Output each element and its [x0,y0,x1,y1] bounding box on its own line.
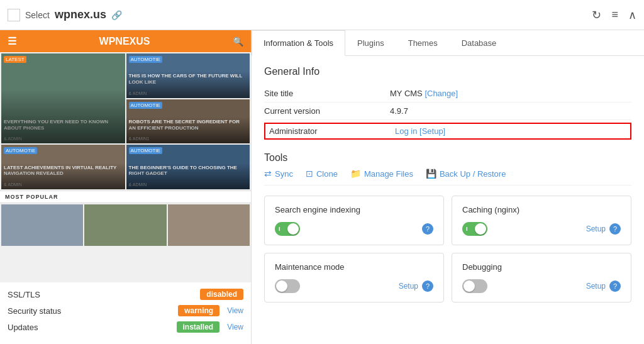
maintenance-toggle[interactable] [275,279,300,293]
admin-key: Administrator [269,126,395,136]
administrator-row: Administrator Log in [Setup] [264,123,631,140]
site-title-row: Site title MY CMS [Change] [264,85,631,103]
preview-card: AUTOMOTIE LATEST ACHIEVEMENTS IN VIRTUAL… [1,145,125,189]
card-author: & ADMIN1 [129,136,150,141]
ssl-row: SSL/TLS disabled [8,289,243,300]
preview-grid: LATEST EVERYTHING YOU EVER NEED TO KNOWN… [0,52,251,191]
manage-files-action[interactable]: 📁 Manage Files [350,169,413,179]
tab-themes[interactable]: Themes [396,30,450,56]
toggle-knob [276,280,287,292]
caching-toggle[interactable]: I [462,222,487,236]
debugging-setup-group: Setup ? [586,280,621,292]
site-header: ☰ WPNEXUS 🔍 [0,30,251,52]
backup-restore-action[interactable]: 💾 Back Up / Restore [426,169,506,179]
caching-setup-link[interactable]: Setup [586,225,606,233]
updates-view-link[interactable]: View [227,323,243,331]
tool-card-search-indexing: Search engine indexing I ? [264,196,444,245]
hamburger-icon[interactable]: ☰ [8,35,16,47]
security-badge: warning [178,305,219,316]
select-button[interactable]: Select [25,10,50,20]
popular-grid [0,203,251,247]
backup-icon: 💾 [426,169,436,179]
tools-grid: Search engine indexing I ? Caching (ngin… [264,196,631,302]
version-key: Current version [264,106,390,116]
search-indexing-title: Search engine indexing [275,205,433,214]
preview-card: AUTOMOTIE ROBOTS ARE THE SECRET INGREDIE… [126,99,250,144]
tool-card-maintenance: Maintenance mode Setup ? [264,253,444,302]
maintenance-help-icon[interactable]: ? [422,280,433,292]
sync-icon: ⇄ [264,169,272,179]
caching-setup-group: Setup ? [586,223,621,235]
toggle-knob [464,280,475,292]
top-bar-left: Select wpnex.us 🔗 [8,8,122,21]
popular-card [168,204,250,246]
tab-information-tools[interactable]: Information & Tools [252,30,345,56]
card-author: & ADMIN [4,182,22,187]
card-label: LATEST [4,56,26,63]
card-author: & ADMIN [129,182,147,187]
admin-link[interactable]: Log in [Setup] [395,126,445,136]
menu-icon[interactable]: ≡ [611,8,618,21]
security-label: Security status [8,306,61,316]
debugging-title: Debugging [462,262,621,272]
tool-card-debugging: Debugging Setup ? [452,253,631,302]
sync-action[interactable]: ⇄ Sync [264,169,293,179]
popular-card [84,204,166,246]
site-preview: LATEST EVERYTHING YOU EVER NEED TO KNOWN… [0,52,251,282]
security-status-group: warning View [178,305,243,316]
left-panel: ☰ WPNEXUS 🔍 LATEST EVERYTHING YOU EVER N… [0,30,252,344]
folder-icon: 📁 [350,169,361,179]
ssl-badge: disabled [200,289,243,300]
card-title: THE BEGINNER'S GUIDE TO CHOOSING THE RIG… [129,165,248,177]
tools-title: Tools [264,152,631,164]
search-indexing-row: I ? [275,222,433,236]
debugging-toggle[interactable] [462,279,487,293]
general-info-title: General Info [264,66,631,77]
link-icon[interactable]: 🔗 [111,10,122,20]
popular-card [1,204,83,246]
search-indexing-toggle[interactable]: I [275,222,300,236]
search-indexing-help-icon[interactable]: ? [422,223,433,235]
site-name: WPNEXUS [99,36,150,47]
caching-row: I Setup ? [462,222,621,236]
caching-help-icon[interactable]: ? [609,223,621,235]
card-title: LATEST ACHIEVEMENTS IN VIRTUAL REALITY N… [4,165,123,177]
ssl-label: SSL/TLS [8,290,40,299]
preview-card: AUTOMOTIE THIS IS HOW THE CARS OF THE FU… [126,53,250,98]
collapse-icon[interactable]: ∧ [628,8,636,22]
card-label: AUTOMOTIE [129,102,162,109]
refresh-icon[interactable]: ↻ [592,8,601,22]
updates-badge: installed [177,321,220,333]
status-section: SSL/TLS disabled Security status warning… [0,282,251,344]
card-label: AUTOMOTIE [129,147,162,154]
debugging-help-icon[interactable]: ? [609,280,621,292]
toggle-knob [475,223,486,235]
card-label: AUTOMOTIE [129,56,162,63]
maintenance-setup-link[interactable]: Setup [399,282,418,291]
most-popular-label: MOST POPULAR [5,194,58,200]
card-title: THIS IS HOW THE CARS OF THE FUTURE WILL … [129,73,248,85]
clone-action[interactable]: ⊡ Clone [306,169,338,179]
debugging-row: Setup ? [462,279,621,293]
top-bar: Select wpnex.us 🔗 ↻ ≡ ∧ [0,0,644,30]
panel-content: General Info Site title MY CMS [Change] … [252,56,644,313]
info-table: Site title MY CMS [Change] Current versi… [264,85,631,140]
clone-icon: ⊡ [306,169,313,179]
tool-card-caching: Caching (nginx) I Setup ? [452,196,631,245]
right-panel: Information & Tools Plugins Themes Datab… [252,30,644,344]
updates-label: Updates [8,323,38,332]
maintenance-setup-group: Setup ? [399,280,433,292]
card-author: & ADMIN [4,136,22,141]
change-link[interactable]: [Change] [425,89,458,98]
top-bar-right: ↻ ≡ ∧ [592,8,636,22]
debugging-setup-link[interactable]: Setup [586,282,606,291]
site-title-key: Site title [264,89,390,98]
tab-database[interactable]: Database [450,30,509,56]
main-layout: ☰ WPNEXUS 🔍 LATEST EVERYTHING YOU EVER N… [0,30,644,344]
search-header-icon[interactable]: 🔍 [233,36,243,47]
tabs-bar: Information & Tools Plugins Themes Datab… [252,30,644,56]
version-row: Current version 4.9.7 [264,103,631,120]
tab-plugins[interactable]: Plugins [345,30,396,56]
maintenance-row: Setup ? [275,279,433,293]
security-view-link[interactable]: View [227,306,243,315]
